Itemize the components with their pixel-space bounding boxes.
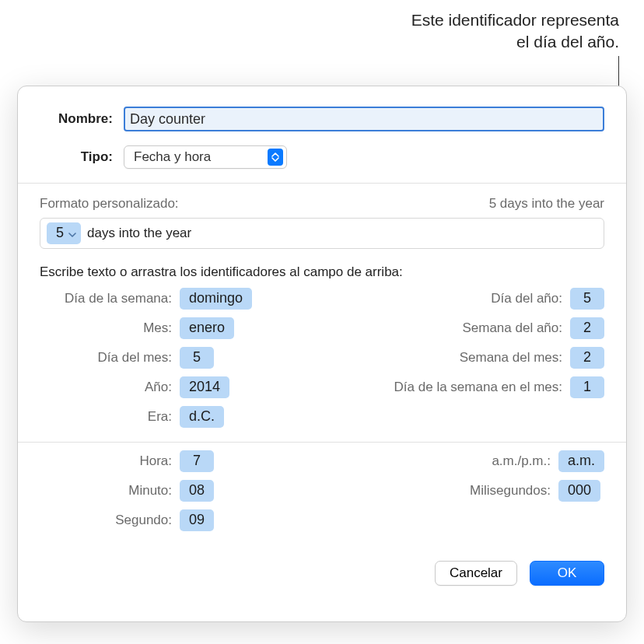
- token-day-of-year[interactable]: 5: [570, 288, 604, 310]
- name-input[interactable]: [124, 107, 604, 131]
- token-day-of-month[interactable]: 5: [180, 347, 214, 369]
- token-week-of-month-label: Semana del mes:: [383, 350, 562, 366]
- custom-format-dialog: Nombre: Tipo: Fecha y hora Formato perso…: [17, 86, 627, 622]
- token-day-of-month-label: Día del mes:: [40, 350, 172, 366]
- type-label: Tipo:: [40, 149, 124, 165]
- type-select[interactable]: Fecha y hora: [124, 145, 287, 169]
- token-minute-label: Minuto:: [40, 483, 172, 499]
- token-second[interactable]: 09: [180, 509, 214, 531]
- time-token-grid: Hora:7a.m./p.m.:a.m.Minuto:08Milisegundo…: [18, 450, 626, 531]
- format-token-value: 5: [56, 225, 64, 241]
- divider: [18, 442, 626, 443]
- token-year-label: Año:: [40, 380, 172, 395]
- token-ampm[interactable]: a.m.: [558, 450, 604, 472]
- token-second-label: Segundo:: [40, 513, 172, 528]
- token-month[interactable]: enero: [180, 317, 234, 339]
- type-select-value: Fecha y hora: [134, 149, 211, 165]
- token-month-label: Mes:: [40, 320, 172, 336]
- instructions-text: Escribe texto o arrastra los identificad…: [18, 249, 626, 288]
- cancel-button[interactable]: Cancelar: [435, 561, 517, 586]
- callout-line1: Este identificador representa: [411, 9, 619, 31]
- divider: [18, 183, 626, 184]
- token-ampm-label: a.m./p.m.:: [372, 453, 551, 469]
- token-minute[interactable]: 08: [180, 480, 214, 502]
- token-day-of-year-label: Día del año:: [383, 291, 562, 306]
- chevron-updown-icon: [268, 149, 283, 166]
- token-milliseconds-label: Milisegundos:: [372, 483, 551, 499]
- token-weekday[interactable]: domingo: [180, 288, 252, 310]
- callout-text: Este identificador representa el día del…: [411, 9, 619, 54]
- name-row: Nombre:: [18, 103, 626, 135]
- token-era-label: Era:: [40, 409, 172, 425]
- ok-button[interactable]: OK: [530, 561, 604, 586]
- chevron-down-icon: [68, 225, 76, 241]
- type-row: Tipo: Fecha y hora: [18, 142, 626, 172]
- token-era[interactable]: d.C.: [180, 406, 224, 428]
- token-weekday-in-month[interactable]: 1: [570, 376, 604, 398]
- token-weekday-in-month-label: Día de la semana en el mes:: [383, 380, 562, 395]
- token-weekday-label: Día de la semana:: [40, 291, 172, 306]
- format-token-day-of-year[interactable]: 5: [47, 222, 81, 244]
- token-hour-label: Hora:: [40, 453, 172, 469]
- format-preview: 5 days into the year: [489, 196, 604, 212]
- token-year[interactable]: 2014: [180, 376, 229, 398]
- format-label: Formato personalizado:: [40, 196, 179, 212]
- format-header: Formato personalizado: 5 days into the y…: [18, 191, 626, 218]
- token-week-of-month[interactable]: 2: [570, 347, 604, 369]
- token-hour[interactable]: 7: [180, 450, 214, 472]
- button-row: Cancelar OK: [18, 551, 626, 586]
- format-trailing-text: days into the year: [87, 226, 191, 241]
- token-milliseconds[interactable]: 000: [558, 480, 600, 502]
- token-week-of-year-label: Semana del año:: [383, 320, 562, 336]
- callout-line2: el día del año.: [411, 31, 619, 53]
- token-week-of-year[interactable]: 2: [570, 317, 604, 339]
- date-token-grid: Día de la semana:domingoDía del año:5Mes…: [18, 288, 626, 428]
- name-label: Nombre:: [40, 111, 124, 127]
- format-field[interactable]: 5 days into the year: [40, 218, 604, 249]
